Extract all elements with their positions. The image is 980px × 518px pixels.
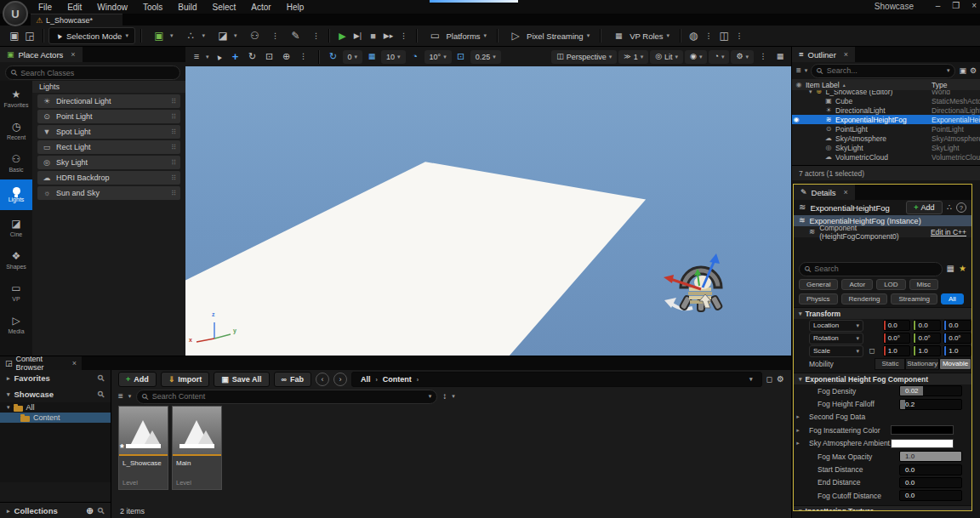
- mobility-movable-button[interactable]: Movable: [939, 358, 971, 370]
- visibility-column-icon[interactable]: ◉: [792, 82, 806, 88]
- close-icon[interactable]: ×: [844, 50, 848, 59]
- kebab-icon[interactable]: ⋮: [267, 28, 282, 43]
- source-control-icon[interactable]: ◲: [22, 28, 37, 43]
- location-x-field[interactable]: 0.0: [883, 320, 911, 331]
- save-icon[interactable]: ▣: [7, 28, 22, 43]
- outliner-row-exponential-height-fog[interactable]: ◉ ≋ExponentialHeightFog ExponentialHeigh…: [792, 115, 980, 124]
- category-recent[interactable]: ◷Recent: [0, 115, 32, 145]
- drag-grip-icon[interactable]: ⠿: [171, 128, 176, 136]
- back-icon[interactable]: ‹: [316, 373, 329, 386]
- filter-general[interactable]: General: [799, 279, 838, 290]
- list-item-hdri-backdrop[interactable]: ☁HDRI Backdrop⠿: [37, 171, 180, 185]
- show-flags-dropdown[interactable]: ◉▾: [685, 50, 707, 64]
- search-icon[interactable]: ⚲: [95, 373, 106, 384]
- scale-z-field[interactable]: 1.0: [943, 345, 971, 356]
- filter-lod[interactable]: LOD: [876, 279, 905, 290]
- content-search-input[interactable]: [152, 392, 425, 401]
- menu-window[interactable]: Window: [89, 3, 135, 12]
- kebab-icon[interactable]: ⋮: [701, 28, 716, 43]
- inscattering-texture-section-header[interactable]: ▾Inscattering Texture: [794, 505, 971, 510]
- surface-snap-icon[interactable]: ↻: [326, 50, 341, 64]
- scale-tool-icon[interactable]: ⊡: [262, 50, 277, 64]
- fog-cutoff-distance-field[interactable]: 0.0: [899, 490, 962, 501]
- minimize-icon[interactable]: –: [936, 1, 941, 10]
- category-cine[interactable]: ◪Cine: [0, 212, 32, 242]
- menu-actor[interactable]: Actor: [243, 3, 278, 12]
- type-column[interactable]: Type: [932, 81, 980, 89]
- unreal-logo-icon[interactable]: U: [3, 1, 28, 26]
- kebab-icon[interactable]: ⋮: [396, 28, 411, 43]
- close-icon[interactable]: ×: [971, 1, 977, 10]
- fog-inscattering-color-swatch[interactable]: [891, 425, 954, 435]
- new-folder-icon[interactable]: ▣: [959, 67, 966, 75]
- asset-tile-l-showcase[interactable]: * L_Showcase Level: [118, 406, 168, 490]
- surface-snap-value[interactable]: 0▾: [343, 50, 363, 64]
- maximize-viewport-icon[interactable]: ▦: [772, 50, 788, 64]
- cinematics-button[interactable]: ◪▾: [210, 28, 242, 43]
- rotation-dropdown[interactable]: Rotation▾: [809, 333, 863, 344]
- list-item-sky-light[interactable]: ◎Sky Light⠿: [37, 156, 180, 169]
- category-lights[interactable]: Lights: [0, 179, 32, 210]
- menu-edit[interactable]: Edit: [60, 3, 89, 12]
- kebab-icon[interactable]: ⋮: [308, 28, 323, 43]
- close-icon[interactable]: ×: [71, 50, 75, 59]
- place-actors-tab[interactable]: ▣ Place Actors ×: [0, 47, 83, 62]
- perspective-dropdown[interactable]: ◫Perspective▾: [551, 50, 617, 64]
- world-coordinate-icon[interactable]: ⊕: [279, 50, 294, 64]
- outliner-row-sky-light[interactable]: ◎SkyLight SkyLight: [792, 143, 980, 152]
- breadcrumb-content[interactable]: Content: [383, 375, 412, 384]
- fog-section-header[interactable]: ▾Exponential Height Fog Component: [794, 373, 971, 384]
- list-item-rect-light[interactable]: ▭Rect Light⠿: [37, 140, 180, 154]
- camera-speed-dropdown[interactable]: ≫1▾: [618, 50, 648, 64]
- viewport-settings-dropdown[interactable]: ⚙▾: [731, 50, 754, 64]
- search-classes-box[interactable]: ⚲: [5, 65, 180, 80]
- content-search-box[interactable]: ⚲ ▾: [136, 390, 437, 404]
- rotation-y-field[interactable]: 0.0°: [913, 333, 941, 344]
- scale-y-field[interactable]: 1.0: [913, 345, 941, 356]
- save-all-button[interactable]: ▣Save All: [214, 372, 269, 387]
- add-component-button[interactable]: +Add: [906, 201, 942, 214]
- edit-in-cpp-link[interactable]: Edit in C++: [931, 228, 966, 236]
- content-browser-tab[interactable]: ◲ Content Browser ×: [0, 356, 82, 370]
- rotation-snap-icon[interactable]: ◔: [407, 50, 423, 64]
- filter-misc[interactable]: Misc: [909, 279, 938, 290]
- details-search-box[interactable]: ⚲: [799, 262, 943, 276]
- component-row[interactable]: ≋ Component (HeightFogComponent0) Edit i…: [794, 226, 971, 237]
- favorites-section[interactable]: ▸ Favorites ⚲: [0, 370, 111, 386]
- outliner-row-directional-light[interactable]: ☀DirectionalLight DirectionalLight: [792, 105, 980, 115]
- outliner-row-cube[interactable]: ▣Cube StaticMeshActor: [792, 96, 980, 105]
- menu-select[interactable]: Select: [205, 3, 244, 12]
- drag-grip-icon[interactable]: ⠿: [171, 144, 176, 151]
- frame-skip-button[interactable]: ▶|: [350, 28, 365, 43]
- list-item-point-light[interactable]: ⊙Point Light⠿: [37, 110, 180, 123]
- kebab-icon[interactable]: ⋮: [296, 50, 311, 64]
- item-label-column[interactable]: Item Label: [806, 81, 840, 89]
- menu-help[interactable]: Help: [279, 3, 312, 12]
- viewport-canvas[interactable]: z x y: [185, 66, 791, 356]
- showcase-section[interactable]: ▾ Showcase ⚲: [0, 386, 111, 402]
- second-fog-data-row[interactable]: ▸Second Fog Data: [794, 411, 971, 424]
- filter-streaming[interactable]: Streaming: [891, 293, 937, 305]
- drag-grip-icon[interactable]: ⠿: [171, 98, 176, 105]
- location-z-field[interactable]: 0.0: [943, 320, 971, 331]
- drag-grip-icon[interactable]: ⠿: [171, 113, 176, 121]
- search-classes-input[interactable]: [20, 69, 174, 77]
- search-icon[interactable]: ⚲: [95, 505, 106, 516]
- maximize-icon[interactable]: ❐: [952, 1, 960, 10]
- list-item-directional-light[interactable]: ☀Directional Light⠿: [37, 94, 180, 108]
- play-button[interactable]: ▶: [334, 28, 350, 43]
- rotate-tool-icon[interactable]: ↻: [245, 50, 260, 64]
- category-vp[interactable]: ▭VP: [0, 276, 32, 307]
- forward-icon[interactable]: ›: [333, 373, 347, 386]
- fog-density-slider[interactable]: 0.02: [899, 385, 962, 396]
- collections-section[interactable]: ▸ Collections ⊕ ⚲: [0, 502, 111, 518]
- play-from-here-button[interactable]: ▶▸: [380, 28, 396, 43]
- expand-icon[interactable]: ▸: [794, 427, 802, 434]
- level-asset-tab[interactable]: ⚠ L_Showcase*: [31, 14, 122, 26]
- lit-mode-dropdown[interactable]: ◎Lit▾: [650, 50, 683, 64]
- details-search-input[interactable]: [814, 265, 936, 273]
- category-favorites[interactable]: ★Favorites: [0, 83, 32, 113]
- lock-scale-icon[interactable]: ◻: [863, 347, 880, 355]
- select-tool-icon[interactable]: ▲: [208, 47, 229, 66]
- add-collection-icon[interactable]: ⊕: [86, 507, 93, 515]
